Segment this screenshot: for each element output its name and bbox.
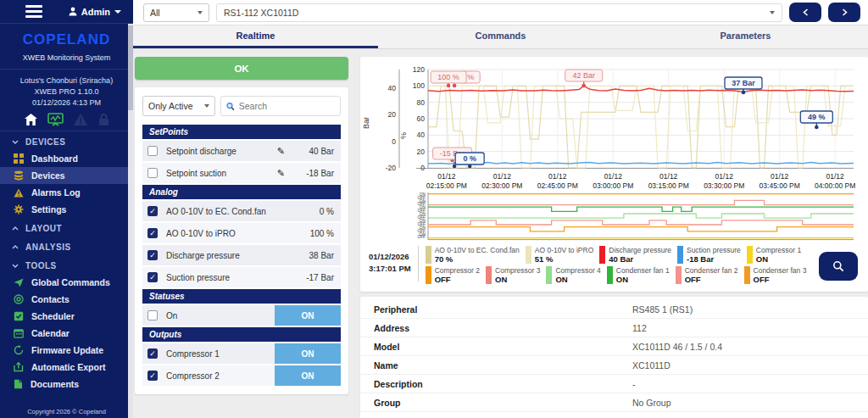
details-row: NameXC1011D [360, 356, 868, 375]
sidebar-item-label: Documents [31, 379, 79, 389]
row-value: 38 Bar [298, 251, 334, 260]
legend-value: -18 Bar [687, 254, 741, 264]
menu-icon[interactable] [25, 3, 42, 20]
row-checkbox[interactable]: ✓ [147, 272, 158, 282]
lock-icon[interactable] [97, 113, 110, 126]
details-label: Description [374, 379, 632, 389]
table-row: ✓Compressor 1ON [142, 343, 341, 364]
sidebar-item-label: Alarms Log [31, 187, 81, 198]
nav-section-label: LAYOUT [25, 224, 62, 233]
warning-icon[interactable] [73, 113, 88, 126]
legend-item[interactable]: Condenser fan 2OFF [676, 266, 738, 284]
sidebar-item-calendar[interactable]: Calendar [0, 325, 133, 342]
device-search-combo[interactable]: RS1-112 XC1011D [216, 3, 782, 22]
search-input[interactable] [239, 101, 335, 111]
svg-text:01/12: 01/12 [493, 172, 512, 181]
details-row: ModelXC1011D 46 / 1.5 / 0.4 [360, 337, 868, 356]
sidebar-item-global-commands[interactable]: Global Commands [0, 274, 133, 291]
section-header: Statuses [142, 289, 341, 304]
row-label: Suction pressure [166, 273, 298, 282]
sidebar-item-devices[interactable]: Devices [0, 167, 133, 184]
row-label: AO 0-10V to EC. Cond.fan [166, 207, 298, 216]
at-icon [14, 294, 24, 304]
next-device-button[interactable] [828, 3, 860, 22]
edit-icon[interactable]: ✎ [277, 146, 285, 157]
table-row: OnON [142, 305, 341, 326]
send-icon [14, 278, 24, 287]
svg-text:01/12: 01/12 [604, 172, 623, 181]
svg-text:20: 20 [417, 148, 426, 156]
row-checkbox[interactable]: ✓ [147, 348, 158, 359]
legend-item[interactable]: Compressor 1ON [747, 246, 801, 264]
nav-section-label: ANALYSIS [25, 242, 71, 252]
legend-swatch [526, 246, 531, 264]
svg-text:120: 120 [413, 65, 425, 74]
admin-menu[interactable]: Admin [69, 7, 121, 17]
chevron-down-icon [770, 11, 775, 14]
legend-item[interactable]: Compressor 4ON [546, 266, 600, 284]
sidebar-item-automatic-export[interactable]: Automatic Export [0, 359, 133, 376]
sidebar-scrollbar[interactable] [128, 24, 133, 418]
monitor-chart-icon[interactable] [47, 113, 64, 126]
tab-commands[interactable]: Commands [378, 25, 623, 48]
legend-swatch [677, 246, 683, 264]
legend-item[interactable]: Compressor 2OFF [426, 266, 480, 284]
task-check-icon [14, 311, 24, 321]
legend-value: ON [616, 275, 670, 284]
status-badge[interactable]: ON [275, 365, 341, 386]
row-label: On [166, 311, 275, 320]
legend-item[interactable]: Suction pressure-18 Bar [677, 246, 741, 264]
sidebar-item-settings[interactable]: Settings [0, 201, 133, 218]
svg-text:01/12: 01/12 [771, 172, 789, 181]
peripheral-filter-select[interactable]: All [143, 3, 209, 22]
row-checkbox[interactable] [147, 168, 158, 178]
tab-parameters[interactable]: Parameters [623, 25, 868, 48]
row-checkbox[interactable]: ✓ [147, 228, 158, 238]
svg-text:49 %: 49 % [808, 113, 826, 121]
section-header: SetPoints [142, 125, 341, 139]
device-detail: Bar%40200-2012010080604020001/1202:15:00… [360, 57, 868, 418]
nav-section-layout[interactable]: LAYOUT [0, 218, 133, 237]
svg-text:-20: -20 [386, 164, 397, 172]
status-badge[interactable]: ON [275, 343, 341, 364]
nav-section-devices[interactable]: DEVICES [0, 131, 133, 150]
app-window: Admin COPELAND XWEB Monitoring System Lo… [0, 0, 868, 418]
tab-realtime[interactable]: Realtime [133, 25, 378, 48]
legend-item[interactable]: Compressor 3ON [486, 266, 540, 284]
edit-icon[interactable]: ✎ [277, 168, 285, 179]
legend-item[interactable]: Discharge pressure40 Bar [599, 246, 671, 264]
row-value: 40 Bar [298, 147, 334, 156]
details-row: Description- [360, 375, 868, 393]
sidebar-item-firmware-update[interactable]: Firmware Update [0, 342, 133, 359]
ok-button[interactable]: OK [135, 57, 348, 80]
svg-text:40: 40 [388, 84, 397, 92]
nav-section-tools[interactable]: TOOLS [0, 255, 133, 274]
sidebar-item-dashboard[interactable]: Dashboard [0, 150, 133, 167]
only-active-select[interactable]: Only Active [142, 96, 215, 116]
nav-section-analysis[interactable]: ANALYSIS [0, 237, 133, 255]
legend-item[interactable]: Condenser fan 3OFF [744, 266, 807, 284]
sidebar-item-contacts[interactable]: Contacts [0, 291, 133, 308]
svg-text:02:30:00 PM: 02:30:00 PM [481, 181, 522, 190]
sidebar-item-documents[interactable]: Documents [0, 376, 133, 393]
row-checkbox[interactable]: ✓ [147, 206, 158, 216]
row-checkbox[interactable]: ✓ [147, 371, 158, 381]
legend-item[interactable]: AO 0-10V to EC. Cond.fan70 % [426, 246, 520, 264]
legend-item[interactable]: Condenser fan 1ON [607, 266, 670, 284]
row-checkbox[interactable] [147, 310, 158, 320]
row-checkbox[interactable]: ✓ [147, 250, 158, 260]
home-icon[interactable] [24, 113, 38, 126]
admin-label: Admin [81, 7, 110, 17]
sidebar-item-label: Settings [31, 204, 66, 215]
status-badge[interactable]: ON [275, 305, 341, 326]
sidebar-item-alarms-log[interactable]: Alarms Log [0, 184, 133, 201]
chart-zoom-button[interactable] [819, 252, 858, 281]
sidebar-item-scheduler[interactable]: Scheduler [0, 308, 133, 325]
row-checkbox[interactable] [147, 146, 158, 156]
tab-bar: Realtime Commands Parameters [133, 25, 868, 49]
previous-device-button[interactable] [789, 3, 821, 22]
svg-text:OFF: OFF [417, 235, 426, 239]
legend-item[interactable]: AO 0-10V to iPRO51 % [526, 246, 593, 264]
chevron-down-icon [198, 11, 203, 14]
app-subtitle: XWEB Monitoring System [0, 53, 133, 62]
